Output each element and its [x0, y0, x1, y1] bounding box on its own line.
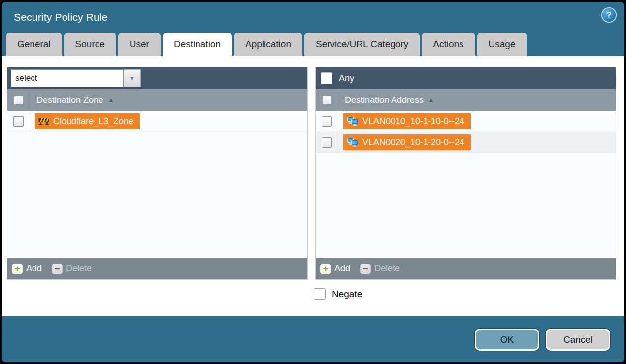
- tab-user[interactable]: User: [118, 33, 161, 56]
- zone-panel-toolbar: ▼: [7, 67, 307, 89]
- table-row: VLAN0010_10-1-10-0--24: [316, 111, 616, 132]
- dialog-title: Security Policy Rule: [14, 11, 108, 23]
- zone-header-checkbox-cell: [7, 89, 30, 111]
- address-name: VLAN0010_10-1-10-0--24: [362, 116, 464, 127]
- tab-actions[interactable]: Actions: [422, 33, 475, 56]
- add-icon: +: [12, 264, 23, 274]
- zone-list: Cloudflare_L3_Zone: [7, 111, 307, 258]
- address-header-checkbox-cell: [316, 89, 338, 111]
- negate-checkbox[interactable]: [314, 288, 326, 300]
- destination-address-panel: Any Destination Address ▲: [315, 67, 616, 280]
- sort-ascending-icon[interactable]: ▲: [428, 97, 434, 104]
- tab-application[interactable]: Application: [234, 33, 302, 56]
- address-row-checkbox[interactable]: [322, 116, 332, 127]
- destination-tab-content: ▼ Destination Zone ▲: [2, 56, 624, 316]
- sort-ascending-icon[interactable]: ▲: [108, 97, 114, 104]
- delete-address-label: Delete: [374, 264, 400, 274]
- address-row-cell: VLAN0010_10-1-10-0--24: [343, 113, 471, 129]
- zone-column-header: Destination Zone ▲: [7, 89, 307, 111]
- any-label: Any: [339, 73, 354, 84]
- zone-column-title[interactable]: Destination Zone: [36, 95, 103, 105]
- table-row: VLAN0020_10-1-20-0--24: [316, 132, 616, 153]
- address-row-cell: VLAN0020_10-1-20-0--24: [343, 134, 471, 150]
- zone-name: Cloudflare_L3_Zone: [53, 116, 133, 127]
- chevron-down-icon: ▼: [129, 75, 135, 82]
- zone-icon: [38, 117, 49, 125]
- dialog-footer: OK Cancel: [2, 316, 624, 362]
- dialog-titlebar: Security Policy Rule ?: [2, 2, 624, 33]
- delete-zone-button[interactable]: − Delete: [52, 264, 92, 274]
- any-checkbox[interactable]: [321, 72, 332, 84]
- address-panel-toolbar: Any: [316, 67, 616, 89]
- screen: { "window": { "title": "Security Policy …: [0, 0, 626, 364]
- add-address-button[interactable]: + Add: [320, 264, 350, 274]
- address-panel-footer: + Add − Delete: [316, 258, 616, 279]
- zone-select-input[interactable]: [11, 69, 124, 87]
- zone-row-checkbox-cell: [7, 111, 30, 132]
- delete-zone-label: Delete: [66, 264, 92, 274]
- cancel-button[interactable]: Cancel: [546, 329, 610, 351]
- tab-service-url-category[interactable]: Service/URL Category: [304, 33, 420, 56]
- address-select-all-checkbox[interactable]: [322, 96, 331, 105]
- add-zone-label: Add: [26, 264, 42, 274]
- add-address-label: Add: [334, 264, 350, 274]
- tab-usage[interactable]: Usage: [477, 33, 527, 56]
- zone-row-cell: Cloudflare_L3_Zone: [35, 113, 140, 129]
- negate-label: Negate: [332, 289, 362, 299]
- destination-zone-panel: ▼ Destination Zone ▲: [7, 67, 308, 280]
- address-name: VLAN0020_10-1-20-0--24: [362, 137, 464, 148]
- address-row-checkbox[interactable]: [322, 137, 332, 148]
- add-icon: +: [320, 264, 331, 274]
- zone-select-dropdown-button[interactable]: ▼: [124, 69, 141, 87]
- zone-panel-footer: + Add − Delete: [7, 258, 307, 279]
- zone-row-checkbox[interactable]: [13, 116, 24, 127]
- address-list: VLAN0010_10-1-10-0--24: [316, 111, 616, 258]
- tab-source[interactable]: Source: [64, 33, 116, 56]
- tab-bar: General Source User Destination Applicat…: [2, 33, 624, 56]
- zone-select-all-checkbox[interactable]: [14, 96, 23, 105]
- tab-general[interactable]: General: [6, 33, 62, 56]
- address-column-title[interactable]: Destination Address: [345, 95, 424, 105]
- address-row-checkbox-cell: [316, 132, 338, 153]
- address-chip[interactable]: VLAN0010_10-1-10-0--24: [343, 113, 471, 129]
- panels-container: ▼ Destination Zone ▲: [7, 67, 616, 280]
- ok-button[interactable]: OK: [475, 329, 539, 351]
- network-address-icon: [347, 117, 359, 126]
- network-address-icon: [347, 138, 359, 147]
- add-zone-button[interactable]: + Add: [12, 264, 42, 274]
- address-row-checkbox-cell: [316, 111, 338, 132]
- zone-chip[interactable]: Cloudflare_L3_Zone: [35, 113, 140, 129]
- address-column-header: Destination Address ▲: [316, 89, 616, 111]
- help-icon[interactable]: ?: [602, 8, 616, 22]
- address-chip[interactable]: VLAN0020_10-1-20-0--24: [343, 134, 471, 150]
- delete-icon: −: [52, 264, 63, 274]
- table-row: Cloudflare_L3_Zone: [7, 111, 307, 132]
- negate-row: Negate: [314, 288, 624, 300]
- delete-icon: −: [360, 264, 371, 274]
- zone-select-combo[interactable]: ▼: [11, 69, 141, 87]
- tab-destination[interactable]: Destination: [163, 33, 232, 56]
- security-policy-rule-dialog: Security Policy Rule ? General Source Us…: [2, 2, 624, 362]
- delete-address-button[interactable]: − Delete: [360, 264, 400, 274]
